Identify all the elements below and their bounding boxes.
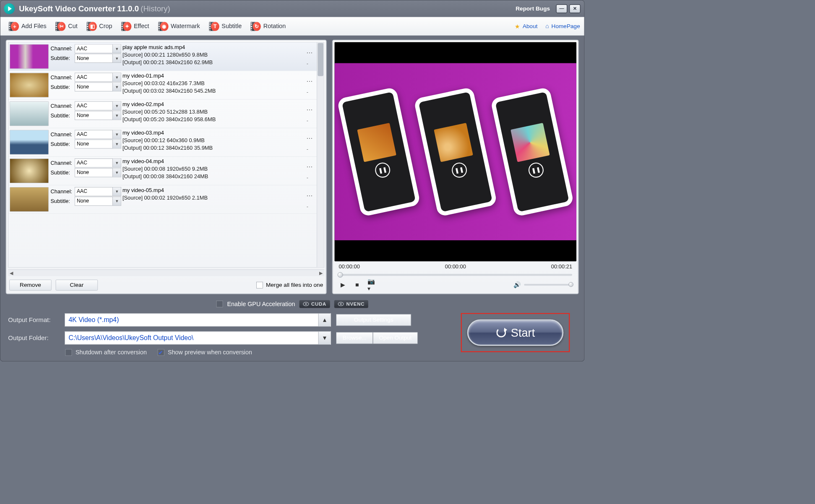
stop-icon[interactable]: ■	[353, 281, 361, 289]
subtitle-label: Subtitle:	[50, 112, 73, 119]
chevron-down-icon: ▾	[112, 187, 121, 196]
file-item[interactable]: Channel:AAC▾Subtitle:None▾my video-02.mp…	[8, 99, 317, 128]
history-link[interactable]: (History)	[141, 4, 170, 13]
subtitle-label: Subtitle:	[50, 55, 73, 62]
homepage-link[interactable]: ⌂HomePage	[545, 23, 580, 30]
output-format-label: Output Format:	[8, 316, 59, 323]
nvidia-eye-icon	[338, 302, 344, 306]
item-menu-icon[interactable]: …	[304, 133, 316, 141]
gpu-checkbox[interactable]	[216, 301, 223, 307]
time-end: 00:00:21	[551, 264, 572, 270]
item-menu-icon[interactable]: …	[304, 75, 316, 83]
output-info: [Output] 00:00:21 3840x2160 62.9MB	[122, 59, 304, 65]
item-status: -	[304, 175, 312, 180]
chevron-down-icon: ▾	[112, 101, 121, 110]
nvidia-eye-icon	[303, 302, 309, 306]
show-preview-checkbox[interactable]: ✔Show preview when conversion	[158, 349, 252, 356]
channel-label: Channel:	[50, 46, 73, 52]
watermark-button[interactable]: ◉Watermark	[154, 20, 204, 33]
app-logo-icon	[4, 3, 15, 14]
browse-button[interactable]: Browse...	[336, 332, 372, 344]
close-button[interactable]: ✕	[569, 4, 581, 13]
file-item[interactable]: Channel:AAC▾Subtitle:None▾my video-05.mp…	[8, 185, 317, 214]
channel-select[interactable]: AAC▾	[75, 158, 121, 168]
item-menu-icon[interactable]: …	[304, 161, 316, 169]
output-format-select[interactable]: 4K Video (*.mp4)▴	[65, 313, 331, 327]
preview-phone-1: ❚❚	[337, 87, 421, 217]
chevron-down-icon: ▾	[112, 159, 121, 167]
app-version: 11.0.0	[117, 4, 139, 13]
rotation-button[interactable]: ↻Rotation	[247, 20, 290, 33]
subtitle-select[interactable]: None▾	[75, 140, 121, 149]
channel-select[interactable]: AAC▾	[75, 187, 121, 196]
about-link[interactable]: ★About	[515, 23, 537, 30]
channel-label: Channel:	[50, 188, 73, 195]
channel-select[interactable]: AAC▾	[75, 130, 121, 139]
item-status: -	[304, 89, 312, 95]
start-button[interactable]: Start	[467, 320, 564, 346]
subtitle-select[interactable]: None▾	[75, 197, 121, 206]
open-output-button[interactable]: Open Output	[373, 332, 418, 344]
channel-select[interactable]: AAC▾	[75, 101, 121, 111]
subtitle-select[interactable]: None▾	[75, 111, 121, 120]
add-files-button[interactable]: ＋Add Files	[5, 20, 51, 33]
preview-video[interactable]: ❚❚ ❚❚ ❚❚	[335, 42, 577, 261]
item-menu-icon[interactable]: …	[304, 104, 316, 112]
merge-checkbox[interactable]: Merge all files into one	[256, 282, 323, 288]
effect-button[interactable]: ✦Effect	[117, 20, 154, 33]
play-icon[interactable]: ▶	[339, 281, 347, 289]
file-item[interactable]: Channel:AAC▾Subtitle:None▾play apple mus…	[8, 42, 317, 71]
time-current: 00:00:00	[445, 264, 466, 270]
volume-slider[interactable]	[524, 284, 572, 286]
file-list-panel: Channel:AAC▾Subtitle:None▾play apple mus…	[6, 40, 327, 294]
crop-button[interactable]: ◧Crop	[82, 20, 116, 33]
output-folder-label: Output Folder:	[8, 335, 59, 342]
output-info: [Output] 00:00:12 3840x2160 35.9MB	[122, 145, 304, 151]
source-info: [Source] 00:00:08 1920x650 9.2MB	[122, 166, 304, 172]
chevron-down-icon: ▾	[112, 130, 121, 139]
list-scrollbar[interactable]	[317, 42, 324, 267]
report-bugs-link[interactable]: Report Bugs	[516, 5, 550, 12]
output-info: [Output] 00:03:02 3840x2160 545.2MB	[122, 88, 304, 94]
file-thumbnail	[10, 101, 49, 126]
file-thumbnail	[10, 130, 49, 155]
chevron-down-icon: ▾	[112, 83, 121, 91]
source-info: [Source] 00:03:02 416x236 7.3MB	[122, 80, 304, 86]
file-item[interactable]: Channel:AAC▾Subtitle:None▾my video-01.mp…	[8, 71, 317, 99]
output-folder-input[interactable]: C:\Users\A\Videos\UkeySoft Output Video\…	[65, 331, 331, 345]
time-start: 00:00:00	[339, 264, 360, 270]
file-name: play apple music ads.mp4	[122, 44, 304, 50]
item-menu-icon[interactable]: …	[304, 190, 316, 198]
chevron-down-icon: ▾	[318, 332, 331, 344]
remove-button[interactable]: Remove	[9, 280, 51, 291]
channel-select[interactable]: AAC▾	[75, 73, 121, 82]
file-item[interactable]: Channel:AAC▾Subtitle:None▾my video-03.mp…	[8, 128, 317, 157]
subtitle-button[interactable]: TSubtitle	[205, 20, 246, 33]
cut-button[interactable]: ✂Cut	[51, 20, 82, 33]
volume-icon[interactable]: 🔊	[513, 281, 521, 289]
channel-label: Channel:	[50, 131, 73, 138]
chevron-down-icon: ▾	[112, 140, 121, 148]
file-thumbnail	[10, 158, 49, 183]
file-item[interactable]: Channel:AAC▾Subtitle:None▾my video-04.mp…	[8, 157, 317, 185]
channel-select[interactable]: AAC▾	[75, 44, 121, 53]
subtitle-select[interactable]: None▾	[75, 54, 121, 63]
file-name: my video-02.mp4	[122, 101, 304, 108]
list-hscrollbar[interactable]: ◀▶	[8, 270, 324, 276]
file-thumbnail	[10, 73, 49, 98]
subtitle-select[interactable]: None▾	[75, 168, 121, 177]
chevron-down-icon: ▾	[112, 197, 121, 205]
output-settings-button[interactable]: Output Settings	[336, 314, 411, 326]
item-status: -	[304, 118, 312, 123]
minimize-button[interactable]: —	[556, 4, 567, 13]
chevron-down-icon: ▾	[112, 169, 121, 177]
seek-bar[interactable]	[335, 273, 577, 278]
star-icon: ★	[515, 23, 520, 30]
clear-button[interactable]: Clear	[56, 280, 98, 291]
item-menu-icon[interactable]: …	[304, 47, 316, 55]
shutdown-checkbox[interactable]: Shutdown after conversion	[65, 349, 147, 356]
source-info: [Source] 00:00:12 640x360 0.9MB	[122, 138, 304, 144]
snapshot-icon[interactable]: 📷▾	[367, 281, 375, 289]
subtitle-select[interactable]: None▾	[75, 83, 121, 92]
toolbar: ＋Add Files ✂Cut ◧Crop ✦Effect ◉Watermark…	[0, 17, 584, 35]
